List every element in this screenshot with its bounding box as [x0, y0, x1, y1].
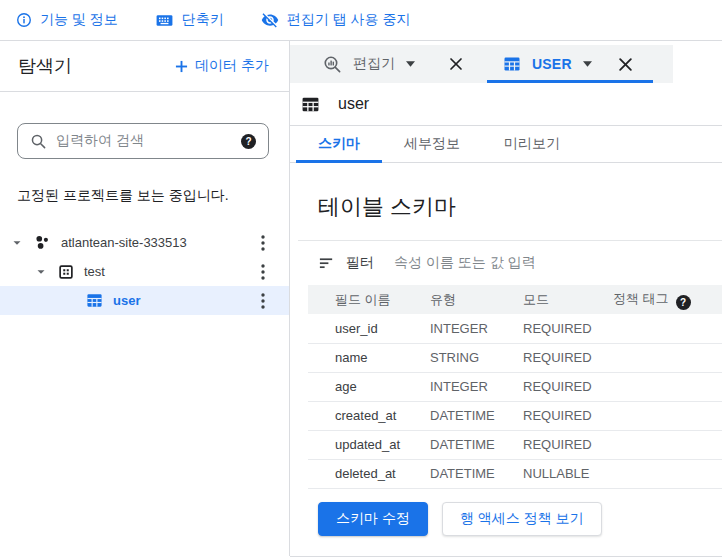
schema-table-header: 필드 이름 유형 모드 정책 태그? — [308, 285, 722, 314]
features-info-button[interactable]: 기능 및 정보 — [16, 11, 118, 29]
explorer-sidebar: 탐색기 데이터 추가 입력하여 검색 ? 고정된 프로젝트를 보는 중입니다. … — [0, 41, 290, 556]
chevron-down-icon[interactable] — [10, 236, 24, 250]
table-label: user — [113, 293, 140, 308]
features-info-label: 기능 및 정보 — [40, 11, 118, 29]
tree-item-dataset[interactable]: test — [0, 257, 289, 286]
plus-icon — [175, 60, 188, 73]
close-icon[interactable] — [616, 55, 635, 74]
close-icon[interactable] — [447, 55, 465, 73]
search-icon — [30, 133, 47, 150]
policy-tags-help-icon[interactable]: ? — [676, 295, 691, 310]
filter-input[interactable]: 속성 이름 또는 값 입력 — [394, 254, 536, 272]
dataset-label: test — [84, 264, 105, 279]
chevron-down-icon[interactable] — [583, 61, 592, 67]
schema-actions: 스키마 수정 행 액세스 정책 보기 — [318, 502, 722, 536]
disable-editor-tabs-button[interactable]: 편집기 탭 사용 중지 — [261, 11, 411, 29]
table-icon — [503, 55, 521, 73]
details-panel: 편집기 USER user 스키마 세부정보 미리보기 테이블 스키마 — [290, 41, 722, 556]
table-title-row: user — [290, 83, 722, 126]
explorer-search-input[interactable]: 입력하여 검색 ? — [17, 123, 269, 159]
table-view-tabs: 스키마 세부정보 미리보기 — [290, 126, 722, 163]
column-header-mode: 모드 — [523, 285, 613, 314]
explorer-header: 탐색기 데이터 추가 — [0, 41, 289, 92]
table-row: name STRING REQUIRED — [308, 343, 722, 372]
table-icon — [86, 292, 103, 309]
dataset-kebab-menu-icon[interactable] — [259, 262, 267, 282]
query-icon — [323, 55, 342, 74]
page-title: user — [338, 95, 369, 113]
table-kebab-menu-icon[interactable] — [259, 291, 267, 311]
info-icon — [16, 12, 32, 28]
tree-item-project[interactable]: atlantean-site-333513 — [0, 228, 289, 257]
pinned-projects-note: 고정된 프로젝트를 보는 중입니다. — [17, 187, 271, 205]
disable-editor-tabs-label: 편집기 탭 사용 중지 — [287, 11, 411, 29]
tab-user[interactable]: USER — [487, 45, 653, 83]
table-icon — [301, 95, 320, 114]
schema-table: 필드 이름 유형 모드 정책 태그? user_id INTEGER REQUI… — [308, 285, 722, 489]
schema-filter-bar: 필터 속성 이름 또는 값 입력 — [290, 241, 722, 285]
explorer-tree: atlantean-site-333513 test user — [0, 228, 289, 315]
table-row: user_id INTEGER REQUIRED — [308, 314, 722, 343]
tab-preview[interactable]: 미리보기 — [482, 126, 582, 162]
tab-editor-label: 편집기 — [353, 55, 395, 73]
filter-icon — [318, 255, 335, 272]
chevron-down-icon[interactable] — [34, 265, 48, 279]
search-placeholder: 입력하여 검색 — [56, 132, 232, 150]
column-header-policy-tags: 정책 태그? — [613, 285, 722, 314]
top-action-bar: 기능 및 정보 단축키 편집기 탭 사용 중지 — [0, 0, 722, 41]
add-data-label: 데이터 추가 — [195, 57, 269, 75]
keyboard-icon — [155, 11, 174, 30]
explorer-title: 탐색기 — [18, 54, 72, 78]
tree-item-table-user[interactable]: user — [0, 286, 289, 315]
column-header-type: 유형 — [430, 285, 523, 314]
tab-editor[interactable]: 편집기 — [290, 45, 487, 83]
view-row-access-policies-button[interactable]: 행 액세스 정책 보기 — [442, 502, 602, 536]
table-row: updated_at DATETIME REQUIRED — [308, 430, 722, 459]
column-header-field-name: 필드 이름 — [308, 285, 430, 314]
table-row: deleted_at DATETIME NULLABLE — [308, 459, 722, 488]
filter-label: 필터 — [346, 254, 374, 272]
chevron-down-icon[interactable] — [406, 61, 415, 67]
add-data-button[interactable]: 데이터 추가 — [175, 57, 269, 75]
shortcuts-button[interactable]: 단축키 — [155, 11, 224, 30]
table-row: created_at DATETIME REQUIRED — [308, 401, 722, 430]
shortcuts-label: 단축키 — [182, 11, 224, 29]
tab-details[interactable]: 세부정보 — [382, 126, 482, 162]
project-label: atlantean-site-333513 — [61, 235, 187, 250]
project-icon — [34, 234, 51, 251]
tab-schema[interactable]: 스키마 — [296, 126, 382, 162]
dataset-icon — [58, 264, 74, 280]
search-help-icon[interactable]: ? — [241, 134, 256, 149]
visibility-off-icon — [261, 11, 279, 29]
table-row: age INTEGER REQUIRED — [308, 372, 722, 401]
editor-tab-strip: 편집기 USER — [290, 45, 722, 83]
project-kebab-menu-icon[interactable] — [259, 233, 267, 253]
tab-user-label: USER — [532, 56, 572, 72]
section-title: 테이블 스키마 — [318, 192, 722, 222]
edit-schema-button[interactable]: 스키마 수정 — [318, 502, 428, 536]
